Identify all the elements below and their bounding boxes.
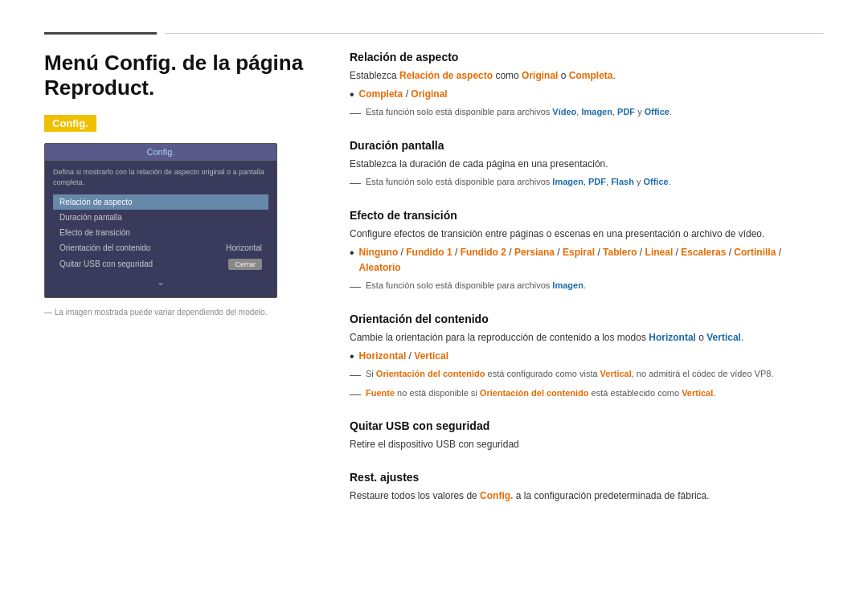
- mockup-item-orientacion-label: Orientación del contenido: [59, 243, 150, 252]
- efecto-imagen: Imagen: [552, 280, 583, 290]
- section-rest-ajustes: Rest. ajustes Restaure todos los valores…: [350, 471, 824, 504]
- mockup-item-efecto[interactable]: Efecto de transición: [53, 225, 268, 240]
- mockup-chevron: ⌄: [53, 273, 268, 291]
- orientacion-vertical-link: Vertical: [706, 332, 741, 343]
- efecto-note-dash: —: [350, 279, 361, 295]
- relacion-original: Original: [411, 88, 447, 100]
- mockup-desc: Defina si mostrarlo con la relación de a…: [53, 167, 268, 187]
- orientacion-note-text-2: Fuente no está disponible si Orientación…: [366, 386, 715, 400]
- section-body-efecto: Configure efectos de transición entre pá…: [350, 227, 824, 295]
- orientacion-note-dash-2: —: [350, 386, 361, 403]
- section-title-orientacion: Orientación del contenido: [350, 313, 824, 325]
- relacion-pdf: PDF: [617, 107, 635, 116]
- relacion-intro-text: Establezca Relación de aspecto como Orig…: [350, 68, 824, 84]
- mockup-item-quitar[interactable]: Quitar USB con seguridad Cerrar: [53, 255, 268, 273]
- right-column: Relación de aspecto Establezca Relación …: [350, 51, 824, 521]
- relacion-keyword-3: Completa: [569, 70, 613, 81]
- efecto-text: Configure efectos de transición entre pá…: [350, 227, 824, 242]
- section-body-rest: Restaure todos los valores de Config. a …: [350, 488, 824, 504]
- section-title-relacion: Relación de aspecto: [350, 51, 824, 63]
- relacion-keyword-1: Relación de aspecto: [399, 70, 493, 81]
- relacion-note: — Esta función solo está disponible para…: [350, 105, 824, 121]
- section-orientacion: Orientación del contenido Cambie la orie…: [350, 313, 824, 403]
- orientacion-note-1: — Si Orientación del contenido está conf…: [350, 367, 824, 383]
- efecto-lineal: Lineal: [645, 247, 674, 258]
- bullet-dot-1: •: [350, 87, 354, 102]
- section-title-quitar: Quitar USB con seguridad: [350, 419, 824, 432]
- efecto-bullet-text: Ninguno / Fundido 1 / Fundido 2 / Persia…: [359, 245, 824, 276]
- section-title-efecto: Efecto de transición: [350, 209, 824, 222]
- rest-text: Restaure todos los valores de Config. a …: [350, 488, 824, 504]
- section-body-orientacion: Cambie la orientación para la reproducci…: [350, 330, 824, 403]
- mockup-item-quitar-label: Quitar USB con seguridad: [59, 260, 153, 268]
- mockup-title-bar: Config.: [45, 144, 276, 161]
- duracion-imagen: Imagen: [552, 177, 583, 186]
- top-line-long: [165, 33, 824, 34]
- efecto-cortinilla: Cortinilla: [734, 247, 776, 258]
- mockup-cerrar-button[interactable]: Cerrar: [228, 259, 262, 270]
- mockup-item-relacion[interactable]: Relación de aspecto: [53, 194, 268, 210]
- duracion-text: Establezca la duración de cada página en…: [350, 157, 824, 172]
- orientacion-horizontal-link: Horizontal: [649, 332, 696, 343]
- duracion-office: Office: [643, 177, 668, 186]
- efecto-bullet: • Ninguno / Fundido 1 / Fundido 2 / Pers…: [350, 245, 824, 276]
- relacion-note-dash: —: [350, 105, 361, 121]
- efecto-fundido1: Fundido 1: [406, 247, 452, 258]
- mockup-item-duracion[interactable]: Duración pantalla: [53, 210, 268, 225]
- orientacion-vertical-ref1: Vertical: [600, 369, 632, 378]
- orientacion-text: Cambie la orientación para la reproducci…: [350, 330, 824, 345]
- orientacion-bullet: • Horizontal / Vertical: [350, 349, 824, 364]
- relacion-imagen: Imagen: [581, 107, 612, 116]
- top-divider: [0, 32, 868, 35]
- orientacion-note-dash-1: —: [350, 367, 361, 383]
- relacion-completa: Completa: [359, 88, 403, 100]
- efecto-fundido2: Fundido 2: [461, 247, 506, 258]
- rest-config-ref: Config.: [480, 490, 513, 501]
- efecto-escaleras: Escaleras: [681, 247, 726, 258]
- mockup-body: Defina si mostrarlo con la relación de a…: [45, 161, 276, 296]
- orientacion-note-text-1: Si Orientación del contenido está config…: [366, 367, 773, 381]
- relacion-bullet-text: Completa / Original: [359, 87, 448, 102]
- mockup-item-orientacion[interactable]: Orientación del contenido Horizontal: [53, 240, 268, 255]
- section-body-quitar: Retire el dispositivo USB con seguridad: [350, 437, 824, 452]
- relacion-bullet: • Completa / Original: [350, 87, 824, 102]
- orientacion-ref1: Orientación del contenido: [376, 369, 485, 378]
- orientacion-fuente-ref: Fuente: [366, 388, 395, 398]
- section-efecto: Efecto de transición Configure efectos d…: [350, 209, 824, 295]
- image-note: La imagen mostrada puede variar dependie…: [44, 308, 317, 317]
- page-title: Menú Config. de la página Reproduct.: [44, 51, 317, 100]
- relacion-office: Office: [645, 107, 669, 116]
- duracion-flash: Flash: [611, 177, 634, 186]
- bullet-dot-3: •: [350, 349, 354, 364]
- bullet-dot-2: •: [350, 245, 354, 260]
- orientacion-bullet-text: Horizontal / Vertical: [359, 349, 448, 364]
- section-title-rest: Rest. ajustes: [350, 471, 824, 484]
- orientacion-vert: Vertical: [414, 350, 448, 362]
- section-duracion: Duración pantalla Establezca la duración…: [350, 139, 824, 191]
- efecto-ninguno: Ninguno: [359, 247, 399, 258]
- section-relacion-aspecto: Relación de aspecto Establezca Relación …: [350, 51, 824, 121]
- section-quitar-usb: Quitar USB con seguridad Retire el dispo…: [350, 419, 824, 452]
- relacion-video: Vídeo: [552, 107, 576, 116]
- efecto-persiana: Persiana: [514, 247, 555, 258]
- section-body-relacion: Establezca Relación de aspecto como Orig…: [350, 68, 824, 121]
- section-title-duracion: Duración pantalla: [350, 139, 824, 152]
- mockup-item-orientacion-value: Horizontal: [226, 243, 262, 252]
- orientacion-ref2: Orientación del contenido: [480, 388, 589, 398]
- quitar-text: Retire el dispositivo USB con seguridad: [350, 437, 824, 452]
- config-badge: Config.: [44, 115, 96, 132]
- efecto-espiral: Espiral: [563, 247, 595, 258]
- duracion-note: — Esta función solo está disponible para…: [350, 175, 824, 191]
- top-line-short: [44, 32, 157, 35]
- duracion-note-text: Esta función solo está disponible para a…: [366, 175, 671, 189]
- efecto-aleatorio: Aleatorio: [359, 262, 401, 273]
- duracion-pdf: PDF: [588, 177, 606, 186]
- efecto-tablero: Tablero: [603, 247, 637, 258]
- orientacion-vertical-ref2: Vertical: [682, 388, 713, 398]
- ui-mockup: Config. Defina si mostrarlo con la relac…: [44, 143, 277, 297]
- orientacion-horiz: Horizontal: [359, 350, 407, 362]
- section-body-duracion: Establezca la duración de cada página en…: [350, 157, 824, 191]
- orientacion-note-2: — Fuente no está disponible si Orientaci…: [350, 386, 824, 403]
- relacion-note-text: Esta función solo está disponible para a…: [366, 105, 672, 119]
- duracion-note-dash: —: [350, 175, 361, 191]
